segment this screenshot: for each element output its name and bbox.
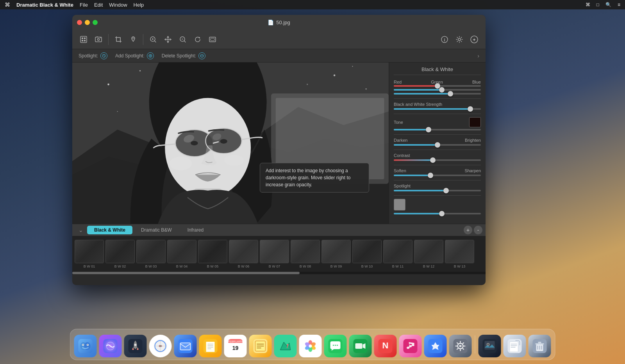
- toolbar: i ✦: [72, 30, 486, 49]
- grain-swatch[interactable]: [394, 199, 405, 211]
- darken-brighten-thumb[interactable]: [435, 142, 440, 148]
- add-spotlight[interactable]: Add Spotlight:: [115, 52, 154, 59]
- spotlight-track[interactable]: [394, 190, 481, 191]
- dock-maps[interactable]: [274, 335, 297, 357]
- menu-window[interactable]: Window: [109, 2, 127, 8]
- zoom-in-button[interactable]: [146, 33, 160, 46]
- dock-preview[interactable]: [504, 335, 526, 357]
- dock-trash[interactable]: [529, 335, 551, 357]
- green-thumb[interactable]: [439, 87, 445, 93]
- delete-spotlight[interactable]: Delete Spotlight:: [162, 52, 205, 59]
- blue-slider-track[interactable]: [394, 93, 481, 95]
- grain-track[interactable]: [394, 213, 481, 214]
- aspect-button[interactable]: [206, 33, 219, 46]
- film-thumb-1: [75, 240, 104, 263]
- menu-edit[interactable]: Edit: [94, 2, 103, 8]
- dock-siri[interactable]: [99, 335, 122, 357]
- apple-menu[interactable]: ⌘: [5, 2, 10, 8]
- filmstrip-item-12[interactable]: B W 12: [414, 240, 443, 268]
- filmstrip-item-8[interactable]: B W 08: [291, 240, 320, 268]
- dock-safari[interactable]: [149, 335, 172, 357]
- add-tab-button[interactable]: +: [464, 226, 472, 234]
- dock-system-prefs[interactable]: [449, 335, 472, 357]
- divider-6: [394, 180, 481, 180]
- filmstrip-item-9[interactable]: B W 09: [321, 240, 351, 268]
- dock-facetime[interactable]: [349, 335, 372, 357]
- tone-swatch[interactable]: [469, 117, 481, 127]
- divider-2: [394, 114, 481, 114]
- tab-prev-arrow[interactable]: ⌄: [75, 227, 86, 233]
- dock-stickies[interactable]: [249, 335, 272, 357]
- menu-help[interactable]: Help: [134, 2, 144, 8]
- contrast-thumb[interactable]: [430, 157, 436, 163]
- close-button[interactable]: [77, 20, 82, 25]
- tab-dramatic[interactable]: Dramatic B&W: [134, 226, 179, 234]
- contrast-track[interactable]: [394, 159, 481, 161]
- dock-appstore[interactable]: [424, 335, 447, 357]
- red-slider-track[interactable]: [394, 85, 481, 87]
- svg-point-16: [458, 38, 461, 41]
- filmstrip[interactable]: B W 01 B W 02 B W 03 B W 04 B W 05 B W 0…: [72, 236, 486, 272]
- blue-thumb[interactable]: [448, 91, 453, 96]
- dock-messages[interactable]: [324, 335, 347, 357]
- dock-mail[interactable]: [174, 335, 197, 357]
- spotlight-thumb[interactable]: [443, 188, 449, 193]
- filmstrip-item-11[interactable]: B W 11: [383, 240, 412, 268]
- toolbar-sep-1: [108, 34, 109, 45]
- dock-photos[interactable]: [299, 335, 322, 357]
- spotlight-next-arrow[interactable]: ›: [477, 53, 479, 59]
- image-canvas[interactable]: Add interest to the image by choosing a …: [72, 62, 389, 224]
- soften-sharpen-fill: [394, 175, 430, 176]
- share-button[interactable]: ✦: [468, 33, 481, 46]
- dock-news[interactable]: N: [374, 335, 397, 357]
- dock-notes[interactable]: [199, 335, 222, 357]
- filmstrip-item-6[interactable]: B W 06: [229, 240, 258, 268]
- menu-file[interactable]: File: [80, 2, 88, 8]
- svg-point-42: [334, 75, 336, 77]
- tab-infrared[interactable]: Infrared: [180, 226, 211, 234]
- soften-sharpen-thumb[interactable]: [428, 173, 433, 178]
- green-slider-track[interactable]: [394, 89, 481, 91]
- dock-calendar[interactable]: 19 FEBRUARY: [224, 335, 247, 357]
- spotlight-selector[interactable]: Spotlight:: [79, 52, 107, 59]
- zoom-out-button[interactable]: [176, 33, 189, 46]
- dock-music[interactable]: [399, 335, 422, 357]
- maximize-button[interactable]: [93, 20, 98, 25]
- image-view-button[interactable]: [77, 33, 90, 46]
- grain-thumb[interactable]: [439, 211, 445, 216]
- filmstrip-scrollbar-thumb[interactable]: [72, 272, 300, 274]
- minimize-button[interactable]: [85, 20, 90, 25]
- filmstrip-item-7[interactable]: B W 07: [260, 240, 289, 268]
- filmstrip-item-2[interactable]: B W 02: [105, 240, 135, 268]
- import-button[interactable]: [92, 33, 105, 46]
- filmstrip-item-1[interactable]: B W 01: [75, 240, 104, 268]
- bw-strength-track[interactable]: [394, 108, 481, 110]
- dock-photo-editor[interactable]: [479, 335, 501, 357]
- tone-thumb[interactable]: [426, 127, 431, 132]
- tab-bw[interactable]: Black & White: [87, 226, 132, 234]
- filmstrip-item-4[interactable]: B W 04: [167, 240, 196, 268]
- bw-strength-group: Black and White Strength: [394, 102, 481, 110]
- filmstrip-scrollbar[interactable]: [72, 272, 486, 274]
- bw-strength-fill: [394, 108, 470, 110]
- move-button[interactable]: [161, 33, 175, 46]
- dock-launchpad[interactable]: [124, 335, 147, 357]
- film-thumb-5: [198, 240, 227, 263]
- filmstrip-item-13[interactable]: B W 13: [445, 240, 474, 268]
- rotate-button[interactable]: [191, 33, 204, 46]
- dock-finder[interactable]: [74, 335, 97, 357]
- menubar-search[interactable]: 🔍: [605, 2, 611, 7]
- filmstrip-item-3[interactable]: B W 03: [136, 240, 166, 268]
- filmstrip-item-5[interactable]: B W 05: [198, 240, 227, 268]
- bw-strength-thumb[interactable]: [468, 106, 473, 112]
- remove-tab-button[interactable]: -: [474, 226, 482, 234]
- soften-sharpen-track[interactable]: [394, 175, 481, 176]
- filmstrip-item-10[interactable]: B W 10: [352, 240, 382, 268]
- info-button[interactable]: i: [438, 33, 451, 46]
- crop-button[interactable]: [112, 33, 125, 46]
- menubar-menu[interactable]: ≡: [618, 2, 620, 7]
- gear-button[interactable]: [453, 33, 466, 46]
- darken-brighten-track[interactable]: [394, 144, 481, 146]
- tone-track[interactable]: [394, 129, 481, 130]
- pin-button[interactable]: [127, 33, 140, 46]
